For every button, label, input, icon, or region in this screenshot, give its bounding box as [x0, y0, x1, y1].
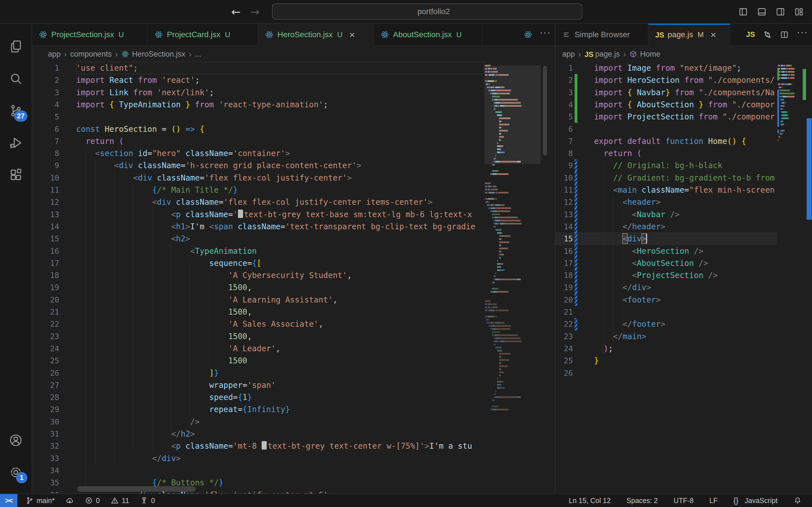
code-area[interactable]: import Image from "next/image";import He…: [594, 62, 777, 494]
code-line[interactable]: </header>: [594, 221, 665, 233]
status-ports[interactable]: 0: [138, 496, 157, 505]
forward-icon[interactable]: →: [250, 5, 260, 18]
code-line[interactable]: <h1>I'm <span className='text-transparen…: [76, 221, 475, 233]
minimap[interactable]: [485, 62, 541, 494]
tab-AboutSection.jsx[interactable]: AboutSection.jsxU: [374, 24, 483, 46]
code-line[interactable]: speed={1}: [76, 391, 252, 404]
activity-item-explorer[interactable]: [0, 31, 32, 62]
code-line[interactable]: 'A Leader',: [76, 342, 281, 355]
command-center-search[interactable]: portfolio2: [272, 3, 582, 20]
split-editor-icon[interactable]: [780, 30, 789, 39]
remote-indicator[interactable]: ><: [0, 494, 17, 507]
horizontal-scrollbar[interactable]: [77, 486, 196, 492]
code-line[interactable]: <HeroSection />: [594, 245, 703, 258]
ellipsis-icon[interactable]: ···: [797, 30, 806, 39]
compare-changes-icon[interactable]: [763, 30, 772, 39]
code-line[interactable]: <div>: [594, 233, 646, 245]
status-language-mode[interactable]: {}JavaScript: [732, 494, 779, 507]
tab-ProjectCard.jsx[interactable]: ProjectCard.jsxU: [148, 24, 258, 46]
status-eol[interactable]: LF: [708, 494, 719, 507]
code-line[interactable]: <Navbar />: [594, 209, 679, 221]
activity-item-accounts[interactable]: [0, 424, 32, 456]
status-encoding[interactable]: UTF-8: [672, 494, 695, 507]
code-line[interactable]: <h2>: [76, 233, 190, 245]
activity-item-search[interactable]: [0, 62, 32, 95]
tab-HeroSection.jsx[interactable]: HeroSection.jsxU×: [258, 24, 374, 46]
code-line[interactable]: }: [594, 355, 599, 367]
code-line[interactable]: export default function Home() {: [594, 135, 746, 148]
code-line[interactable]: <ProjectSection />: [594, 269, 718, 282]
panel-right-icon[interactable]: [775, 7, 785, 17]
code-line[interactable]: import { TypeAnimation } from 'react-typ…: [76, 99, 328, 111]
activity-item-source-control[interactable]: 27: [0, 95, 32, 127]
code-line[interactable]: import HeroSection from "./components/: [594, 74, 775, 87]
code-line[interactable]: <header>: [594, 196, 661, 209]
code-line[interactable]: 'use client";: [76, 62, 138, 74]
code-line[interactable]: <AboutSection />: [594, 257, 708, 270]
layout-icon[interactable]: [794, 7, 804, 17]
activity-item-settings[interactable]: 1: [0, 456, 32, 489]
status-notifications[interactable]: [792, 494, 804, 507]
minimap-slider[interactable]: [485, 65, 541, 164]
code-line[interactable]: wrapper='span': [76, 379, 276, 392]
js-icon[interactable]: JS: [746, 30, 755, 39]
react-icon[interactable]: [524, 31, 532, 39]
code-line[interactable]: import { AboutSection } from "./compor: [594, 99, 775, 111]
status-errors[interactable]: 0: [83, 496, 101, 505]
editor-herosection[interactable]: 1234567891011121314151617181920212223242…: [32, 62, 555, 494]
panel-left-icon[interactable]: [738, 7, 748, 17]
code-line[interactable]: <footer>: [594, 294, 661, 306]
code-line[interactable]: );: [594, 342, 613, 355]
close-icon[interactable]: ×: [711, 30, 716, 40]
status-publish[interactable]: [64, 496, 75, 505]
code-line[interactable]: import React from 'react';: [76, 74, 200, 87]
code-line[interactable]: </div>: [76, 452, 181, 465]
code-line[interactable]: </div>: [594, 281, 651, 294]
code-line[interactable]: import { Navbar} from "./components/Na: [594, 87, 775, 99]
code-line[interactable]: 1500: [76, 355, 247, 367]
status-indentation[interactable]: Spaces: 2: [625, 494, 659, 507]
code-line[interactable]: <TypeAnimation: [76, 245, 257, 258]
code-line[interactable]: ]}: [76, 367, 219, 379]
breadcrumb-item-Home[interactable]: Home: [629, 50, 660, 59]
ellipsis-icon[interactable]: ···: [540, 31, 548, 39]
code-line[interactable]: </h2>: [76, 428, 195, 440]
code-line[interactable]: import Link from 'next/link';: [76, 87, 214, 99]
code-line[interactable]: </footer>: [594, 318, 665, 330]
code-line[interactable]: <p className='mt-8 text-bt-grey text-cen…: [76, 440, 472, 452]
code-line[interactable]: <main className="flex min-h-screen: [594, 184, 775, 196]
code-line[interactable]: 1500,: [76, 330, 252, 343]
status-cursor-position[interactable]: Ln 15, Col 12: [567, 494, 612, 507]
code-line[interactable]: import ProjectSection from "./componer: [594, 111, 775, 123]
panel-bottom-icon[interactable]: [757, 7, 767, 17]
tab-Simple Browser[interactable]: Simple Browser: [555, 24, 649, 46]
breadcrumb-item-app[interactable]: app: [48, 50, 61, 59]
code-line[interactable]: </main>: [594, 330, 646, 343]
code-line[interactable]: // Gradient: bg-gradient-to-b from: [594, 172, 775, 184]
close-icon[interactable]: ×: [349, 30, 355, 40]
code-line[interactable]: import Image from "next/image";: [594, 62, 742, 74]
tab-ProjectSection.jsx[interactable]: ProjectSection.jsxU: [32, 24, 148, 46]
minimap[interactable]: [777, 62, 803, 494]
breadcrumb-item-components[interactable]: components: [70, 50, 112, 59]
back-icon[interactable]: ←: [231, 5, 241, 18]
code-line[interactable]: return (: [594, 147, 642, 160]
code-line[interactable]: {/* Main Title */}: [76, 184, 238, 196]
activity-item-extensions[interactable]: [0, 159, 32, 191]
code-line[interactable]: />: [76, 416, 200, 428]
breadcrumb-item-...[interactable]: ...: [195, 50, 201, 59]
breadcrumb-item-page.js[interactable]: JSpage.js: [585, 50, 620, 59]
activity-item-run-debug[interactable]: [0, 127, 32, 159]
code-line[interactable]: sequence={[: [76, 257, 261, 270]
tab-page.js[interactable]: JSpage.jsM×: [649, 24, 730, 46]
code-line[interactable]: return (: [76, 135, 124, 148]
status-git-branch[interactable]: main*: [24, 496, 56, 505]
code-line[interactable]: <div className='h-screen grid place-cont…: [76, 159, 361, 172]
code-line[interactable]: const HeroSection = () => {: [76, 123, 204, 135]
code-line[interactable]: <div className='flex flex-col justify-ce…: [76, 196, 433, 209]
breadcrumb-item-app[interactable]: app: [562, 50, 575, 59]
code-line[interactable]: repeat={Infinity}: [76, 403, 290, 416]
code-area[interactable]: 'use client";import React from 'react';i…: [76, 62, 485, 494]
code-line[interactable]: 'A Cybersecurity Student',: [76, 269, 352, 282]
vertical-scrollbar[interactable]: [543, 66, 547, 156]
